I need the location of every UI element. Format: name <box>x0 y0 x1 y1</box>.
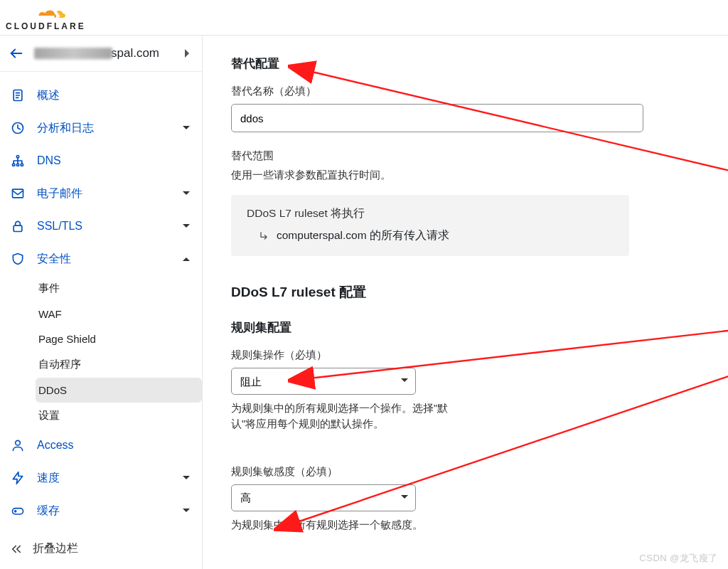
sidebar-sub-events[interactable]: 事件 <box>36 275 202 302</box>
sidebar-item-label: 分析和日志 <box>37 121 94 136</box>
clock-icon <box>10 120 26 136</box>
collapse-label: 折叠边栏 <box>33 541 78 556</box>
sidebar-sub-ddos[interactable]: DDoS <box>36 378 202 403</box>
app-header: CLOUDFLARE <box>0 0 728 36</box>
override-name-input[interactable] <box>231 104 643 132</box>
svg-marker-13 <box>13 472 22 484</box>
sidebar-sub-settings[interactable]: 设置 <box>36 403 202 429</box>
back-arrow-icon[interactable] <box>9 46 24 61</box>
ruleset-action-select[interactable]: 阻止 <box>231 368 416 395</box>
svg-rect-14 <box>13 509 23 514</box>
chevron-down-icon <box>182 189 191 198</box>
sidebar-sub-pageshield[interactable]: Page Shield <box>36 326 202 351</box>
collapse-sidebar[interactable]: 折叠边栏 <box>0 534 202 563</box>
svg-rect-10 <box>13 189 23 198</box>
domain-selector[interactable]: spal.com <box>0 36 202 72</box>
redacted-text <box>34 48 112 59</box>
shield-icon <box>10 251 26 267</box>
caret-right-icon <box>183 48 191 58</box>
ruleset-section-title: 规则集配置 <box>231 320 700 336</box>
rule-summary-line2: computerspal.com 的所有传入请求 <box>277 228 449 243</box>
ruleset-action-field: 规则集操作（必填） 阻止 为规则集中的所有规则选择一个操作。选择"默认"将应用每… <box>231 349 700 432</box>
cloudflare-logo[interactable]: CLOUDFLARE <box>6 5 86 31</box>
lock-icon <box>10 218 26 234</box>
sidebar: spal.com 概述 分析和日志 <box>0 36 203 569</box>
corner-arrow-icon <box>258 230 269 242</box>
sidebar-item-access[interactable]: Access <box>0 429 202 462</box>
dns-icon <box>10 153 26 169</box>
logo-text: CLOUDFLARE <box>6 22 86 31</box>
svg-point-12 <box>16 440 21 445</box>
cloud-icon <box>24 5 67 21</box>
collapse-icon <box>10 543 23 555</box>
sidebar-item-label: 缓存 <box>37 504 60 519</box>
sidebar-item-speed[interactable]: 速度 <box>0 462 202 494</box>
bolt-icon <box>10 470 26 486</box>
sidebar-item-label: 概述 <box>37 88 60 103</box>
chevron-up-icon <box>182 255 191 263</box>
watermark: CSDN @龙飞瘦了 <box>639 552 718 565</box>
nav: 概述 分析和日志 DNS 电子邮件 <box>0 72 202 527</box>
chevron-down-icon <box>182 222 191 230</box>
sidebar-item-label: DNS <box>37 154 61 167</box>
override-name-field: 替代名称（必填） <box>231 85 700 132</box>
svg-point-15 <box>15 511 16 512</box>
ruleset-action-label: 规则集操作（必填） <box>231 349 700 362</box>
ruleset-sensitivity-field: 规则集敏感度（必填） 高 为规则集中的所有规则选择一个敏感度。 <box>231 465 700 533</box>
ruleset-sensitivity-help: 为规则集中的所有规则选择一个敏感度。 <box>231 517 451 533</box>
sidebar-item-label: SSL/TLS <box>37 220 82 233</box>
sidebar-sub-bots[interactable]: 自动程序 <box>36 351 202 378</box>
chevron-down-icon <box>182 474 191 482</box>
sidebar-sub-waf[interactable]: WAF <box>36 302 202 326</box>
override-scope: 替代范围 使用一些请求参数配置执行时间。 <box>231 149 700 182</box>
main-content: 替代配置 替代名称（必填） 替代范围 使用一些请求参数配置执行时间。 DDoS … <box>203 36 728 569</box>
domain-name: spal.com <box>34 46 159 60</box>
mail-icon <box>10 186 26 201</box>
sidebar-item-label: 速度 <box>37 471 60 486</box>
config-heading: DDoS L7 ruleset 配置 <box>231 283 700 302</box>
sidebar-subnav-security: 事件 WAF Page Shield 自动程序 DDoS 设置 <box>0 275 202 429</box>
ruleset-action-help: 为规则集中的所有规则选择一个操作。选择"默认"将应用每个规则的默认操作。 <box>231 400 451 432</box>
override-name-label: 替代名称（必填） <box>231 85 700 98</box>
drive-icon <box>10 503 26 519</box>
sidebar-item-caching[interactable]: 缓存 <box>0 494 202 527</box>
chevron-down-icon <box>182 506 191 515</box>
user-icon <box>10 437 26 453</box>
sidebar-item-label: 电子邮件 <box>37 186 82 201</box>
rule-summary-line1: DDoS L7 ruleset 将执行 <box>247 206 614 221</box>
sidebar-item-dns[interactable]: DNS <box>0 144 202 177</box>
sidebar-item-analytics[interactable]: 分析和日志 <box>0 112 202 144</box>
sidebar-item-email[interactable]: 电子邮件 <box>0 177 202 210</box>
sidebar-item-label: Access <box>37 439 74 452</box>
ruleset-sensitivity-label: 规则集敏感度（必填） <box>231 465 700 479</box>
rule-summary: DDoS L7 ruleset 将执行 computerspal.com 的所有… <box>231 195 629 256</box>
override-scope-label: 替代范围 <box>231 149 700 163</box>
override-title: 替代配置 <box>231 55 700 72</box>
ruleset-sensitivity-select[interactable]: 高 <box>231 484 416 511</box>
sidebar-item-ssl[interactable]: SSL/TLS <box>0 210 202 243</box>
chevron-down-icon <box>182 124 191 132</box>
sidebar-item-overview[interactable]: 概述 <box>0 79 202 112</box>
override-scope-desc: 使用一些请求参数配置执行时间。 <box>231 169 700 182</box>
svg-rect-11 <box>14 225 22 231</box>
sidebar-item-label: 安全性 <box>37 252 71 267</box>
file-icon <box>10 87 26 103</box>
sidebar-item-security[interactable]: 安全性 <box>0 243 202 275</box>
